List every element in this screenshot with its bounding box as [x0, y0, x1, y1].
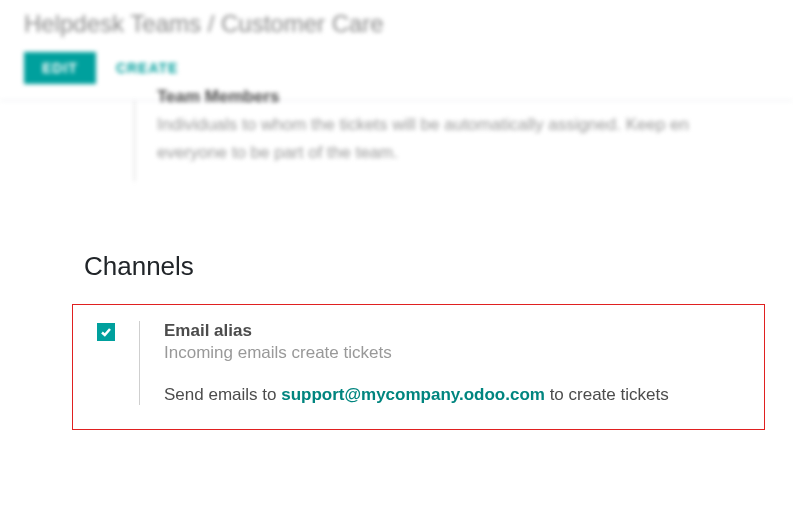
- header: Helpdesk Teams / Customer Care EDIT CREA…: [0, 0, 793, 101]
- team-members-desc-line2: everyone to be part of the team.: [157, 143, 398, 162]
- channels-heading: Channels: [84, 251, 765, 282]
- email-alias-text: Email alias Incoming emails create ticke…: [164, 321, 740, 405]
- hint-suffix: to create tickets: [545, 385, 669, 404]
- breadcrumb[interactable]: Helpdesk Teams / Customer Care: [24, 10, 769, 38]
- checkbox-wrap: [97, 321, 115, 341]
- email-alias-checkbox[interactable]: [97, 323, 115, 341]
- content: Team Members Individuals to whom the tic…: [0, 101, 793, 430]
- email-alias-link[interactable]: support@mycompany.odoo.com: [281, 385, 545, 404]
- create-button[interactable]: CREATE: [116, 60, 179, 76]
- hint-prefix: Send emails to: [164, 385, 281, 404]
- email-alias-title: Email alias: [164, 321, 740, 341]
- email-alias-desc: Incoming emails create tickets: [164, 343, 740, 363]
- edit-button[interactable]: EDIT: [24, 52, 96, 84]
- email-alias-hint: Send emails to support@mycompany.odoo.co…: [164, 385, 740, 405]
- team-members-title: Team Members: [157, 87, 793, 107]
- email-alias-row: Email alias Incoming emails create ticke…: [72, 304, 765, 430]
- action-row: EDIT CREATE: [24, 52, 769, 84]
- team-members-desc-line1: Individuals to whom the tickets will be …: [157, 115, 689, 134]
- check-icon: [100, 326, 112, 338]
- team-members-block: Team Members Individuals to whom the tic…: [134, 101, 793, 181]
- team-members-desc: Individuals to whom the tickets will be …: [157, 111, 793, 167]
- channels-section: Channels Email alias Incoming emails cre…: [48, 251, 793, 430]
- vertical-divider: [139, 321, 140, 405]
